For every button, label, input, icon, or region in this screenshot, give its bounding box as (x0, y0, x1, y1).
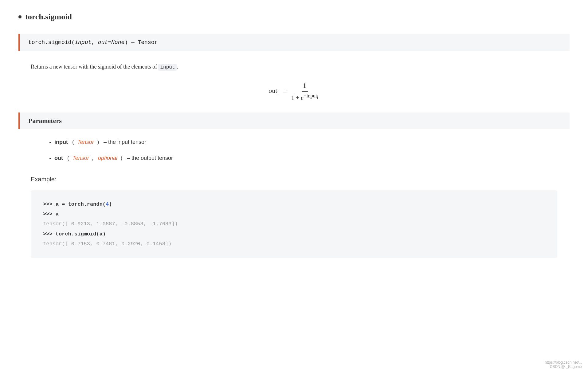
code-line-2: >>> a (43, 209, 545, 219)
param-item-input: input (Tensor) – the input tensor (49, 138, 570, 148)
example-label-text: Example: (31, 176, 56, 183)
prompt-3: >>> (43, 231, 56, 237)
code-output-2: tensor([ 0.7153, 0.7481, 0.2920, 0.1458]… (43, 241, 171, 247)
formula-block: outi = 1 1 + e−inputi (18, 81, 570, 101)
sig-param-out: out=None (98, 39, 124, 45)
param-out-paren-open: ( (66, 154, 69, 163)
math-formula: outi = 1 1 + e−inputi (269, 81, 319, 101)
example-label: Example: (31, 176, 570, 183)
formula-exp-sub: i (317, 95, 318, 100)
param-out-paren-close: ) (120, 154, 122, 163)
code-line-3: tensor([ 0.9213, 1.0887, -0.8858, -1.768… (43, 219, 545, 229)
formula-fraction: 1 1 + e−inputi (290, 81, 319, 101)
param-input-type: Tensor (77, 138, 94, 147)
param-input-paren-close: ) (97, 138, 99, 147)
formula-denominator: 1 + e−inputi (290, 92, 319, 101)
formula-equals: = (283, 88, 286, 96)
code-block: >>> a = torch.randn(4) >>> a tensor([ 0.… (31, 190, 557, 258)
code-output-1: tensor([ 0.9213, 1.0887, -0.8858, -1.768… (43, 221, 178, 227)
param-out-optional: optional (98, 154, 117, 163)
code-a: a (56, 211, 59, 217)
prompt-2: >>> (43, 211, 56, 217)
title-text: torch.sigmoid (25, 12, 72, 22)
param-input-desc: – the input tensor (102, 138, 146, 147)
param-out-desc: – the output tensor (125, 154, 173, 163)
description-text: Returns a new tensor with the sigmoid of… (31, 62, 570, 72)
formula-sub-i: i (277, 90, 279, 96)
param-input-paren-open: ( (71, 138, 74, 147)
bullet-icon (18, 15, 22, 18)
description-period: . (177, 64, 178, 70)
parameters-list: input (Tensor) – the input tensor out (T… (49, 138, 570, 164)
prompt-1: >>> (43, 201, 56, 207)
description-inline-code: input (158, 64, 177, 71)
formula-numerator: 1 (302, 81, 308, 92)
page-title: torch.sigmoid (18, 12, 570, 22)
formula-exp: −inputi (304, 93, 318, 99)
description-main: Returns a new tensor with the sigmoid of… (31, 64, 158, 70)
code-assign: a = torch.randn(4) (56, 201, 112, 207)
param-out-comma: , (92, 154, 95, 163)
code-sigmoid-call: torch.sigmoid(a) (56, 231, 106, 237)
code-line-4: >>> torch.sigmoid(a) (43, 229, 545, 239)
sig-function: torch.sigmoid(input, out=None) → Tensor (28, 39, 158, 45)
code-line-1: >>> a = torch.randn(4) (43, 199, 545, 209)
sig-param-input: input (75, 39, 91, 45)
param-out-name: out (54, 154, 63, 163)
parameters-header: Parameters (18, 112, 570, 129)
code-number-4: 4 (106, 201, 109, 207)
formula-out: outi (269, 87, 279, 96)
parameters-heading: Parameters (28, 117, 62, 124)
param-input-name: input (54, 138, 68, 147)
param-item-out: out (Tensor, optional) – the output tens… (49, 154, 570, 164)
code-line-5: tensor([ 0.7153, 0.7481, 0.2920, 0.1458]… (43, 239, 545, 249)
signature-block: torch.sigmoid(input, out=None) → Tensor (18, 34, 570, 51)
param-out-type: Tensor (73, 154, 89, 163)
